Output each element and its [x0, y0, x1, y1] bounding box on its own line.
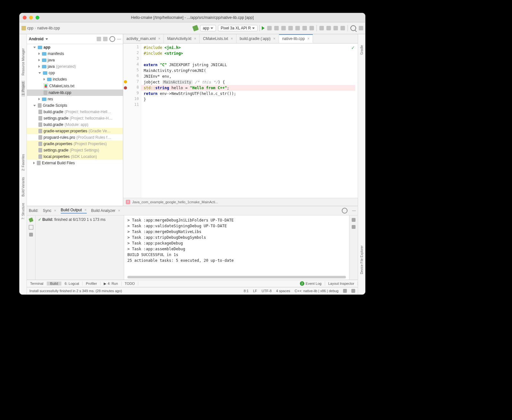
pin-icon[interactable] — [29, 225, 33, 229]
indent[interactable]: 4 spaces — [276, 289, 290, 293]
close-icon[interactable]: × — [158, 36, 160, 41]
hide-icon[interactable]: — — [117, 37, 121, 41]
resource-manager-tool[interactable]: Resource Manager — [21, 47, 25, 77]
favorites-tool[interactable]: 2: Favorites — [21, 153, 25, 172]
build-tab-output[interactable]: Build Output× — [61, 208, 87, 214]
tree-local-props[interactable]: local.properties — [44, 154, 69, 159]
gutter[interactable]: 1 2 3 4 5 6 7 8 9 10 11 — [123, 43, 141, 198]
device-selector[interactable]: Pixel 3a XL API R — [218, 25, 258, 31]
line-number[interactable]: 9 — [123, 91, 141, 97]
build-variants-tool[interactable]: Build Variants — [21, 176, 25, 198]
close-icon[interactable]: × — [118, 208, 120, 213]
tree-settings-gradle2[interactable]: settings.gradle — [44, 148, 68, 152]
line-number[interactable]: 4 — [123, 62, 141, 68]
hide-icon[interactable]: — — [352, 208, 356, 213]
tree-build-gradle-app[interactable]: build.gradle — [44, 122, 63, 127]
build-console[interactable]: > Task :app:mergeDebugJniLibFolders UP-T… — [124, 215, 349, 280]
scrollbar-horizontal[interactable] — [127, 276, 346, 278]
close-icon[interactable] — [23, 16, 27, 19]
sync-gradle-icon[interactable] — [333, 26, 338, 30]
close-icon[interactable]: × — [231, 36, 233, 41]
tree-wrapper-props[interactable]: gradle-wrapper.properties — [44, 129, 87, 133]
line-number[interactable]: 11 — [123, 102, 141, 108]
apply-code-icon[interactable] — [274, 26, 279, 30]
build-tree[interactable]: ✓ Build: finished at 6/17/20 1 s 173 ms — [36, 215, 124, 280]
tool-terminal[interactable]: Terminal — [27, 282, 47, 285]
caret-pos[interactable]: 8:1 — [244, 289, 248, 293]
tab-build-gradle[interactable]: build.gradle (:app)× — [236, 34, 279, 43]
close-icon[interactable]: × — [307, 36, 309, 41]
build-tab-sync[interactable]: Sync× — [43, 208, 56, 213]
tree-res[interactable]: res — [48, 97, 53, 101]
tree-external-build[interactable]: External Build Files — [42, 161, 75, 165]
line-number[interactable]: 2 — [123, 51, 141, 56]
tree-proguard[interactable]: proguard-rules.pro — [44, 135, 75, 140]
monitor-icon[interactable] — [351, 289, 355, 293]
module-selector[interactable]: app — [200, 25, 216, 31]
inspection-ok-icon[interactable]: ✓ — [351, 45, 355, 51]
tool-profiler[interactable]: Profiler — [83, 282, 100, 285]
line-number[interactable]: 1 — [123, 45, 141, 51]
tab-native-lib[interactable]: native-lib.cpp× — [279, 34, 313, 43]
tool-layout-inspector[interactable]: Layout Inspector — [325, 282, 358, 285]
sdk-icon[interactable] — [326, 26, 331, 30]
tree-includes[interactable]: includes — [53, 77, 67, 82]
line-number[interactable]: 10 — [123, 97, 141, 102]
attach-icon[interactable] — [302, 26, 307, 30]
nav-crumb[interactable]: f Java_com_example_google_hello_1cmake_M… — [123, 198, 358, 206]
gradle-tool[interactable]: Gradle — [360, 44, 364, 56]
avd-icon[interactable] — [319, 26, 324, 30]
zoom-icon[interactable] — [36, 16, 39, 19]
stop-icon[interactable] — [309, 26, 314, 30]
emulator-icon[interactable] — [340, 26, 345, 30]
tree-app[interactable]: app — [44, 45, 50, 50]
line-sep[interactable]: LF — [253, 289, 257, 293]
close-icon[interactable]: × — [54, 208, 56, 213]
tree-nativelib[interactable]: native-lib.cpp — [49, 90, 71, 95]
close-icon[interactable]: × — [84, 208, 87, 212]
structure-tool[interactable]: 7: Structure — [21, 202, 25, 221]
minimize-icon[interactable] — [29, 16, 33, 19]
tool-event-log[interactable]: 2 Event Log — [297, 281, 325, 286]
breakpoint-line[interactable]: 8 — [123, 85, 141, 91]
search-icon[interactable] — [350, 25, 356, 31]
close-icon[interactable]: × — [273, 36, 276, 41]
tree-gradle-props[interactable]: gradle.properties — [44, 142, 72, 146]
tree-settings-gradle[interactable]: settings.gradle — [44, 116, 68, 121]
tab-main-activity[interactable]: MainActivity.kt× — [164, 34, 200, 43]
line-number[interactable]: 7 — [123, 79, 141, 85]
chevron-down-icon[interactable] — [45, 38, 48, 40]
user-icon[interactable] — [359, 26, 363, 30]
tree-cpp[interactable]: cpp — [49, 71, 55, 75]
build-tab-analyzer[interactable]: Build Analyzer× — [91, 208, 120, 213]
gear-icon[interactable] — [109, 36, 115, 42]
close-icon[interactable]: × — [194, 36, 196, 41]
run-icon[interactable] — [262, 26, 265, 30]
code-area[interactable]: ✓ #include <jni.h> #include <string> ext… — [141, 43, 358, 198]
tool-run[interactable]: ▶ 4: Run — [100, 282, 121, 286]
expand-icon[interactable] — [103, 37, 108, 41]
line-number[interactable]: 6 — [123, 74, 141, 79]
soft-wrap-icon[interactable] — [352, 218, 356, 222]
target-icon[interactable] — [97, 37, 101, 41]
scroll-end-icon[interactable] — [352, 225, 356, 229]
tool-build[interactable]: Build — [47, 282, 61, 285]
context[interactable]: C++: native-lib | x86 | debug — [295, 289, 339, 293]
coverage-icon[interactable] — [288, 26, 293, 30]
tree-build-gradle[interactable]: build.gradle — [44, 110, 63, 114]
lock-icon[interactable] — [343, 289, 347, 293]
tab-cmakelists[interactable]: CMakeLists.txt× — [200, 34, 236, 43]
hammer-icon[interactable] — [28, 217, 33, 222]
project-tree[interactable]: app manifests java java (generated) cpp … — [27, 44, 123, 206]
device-explorer-tool[interactable]: Device File Explorer — [360, 244, 364, 275]
tree-cmakelists[interactable]: CMakeLists.txt — [49, 84, 75, 88]
line-number[interactable]: 3 — [123, 56, 141, 62]
gear-icon[interactable] — [342, 208, 348, 214]
tool-todo[interactable]: TODO — [122, 282, 139, 285]
tab-activity-main[interactable]: activity_main.xml× — [123, 34, 164, 43]
breadcrumb[interactable]: cpp › native-lib.cpp — [21, 26, 60, 30]
profile-icon[interactable] — [295, 26, 300, 30]
apply-changes-icon[interactable] — [267, 26, 272, 30]
line-number[interactable]: 5 — [123, 68, 141, 74]
tree-java[interactable]: java — [48, 58, 55, 62]
